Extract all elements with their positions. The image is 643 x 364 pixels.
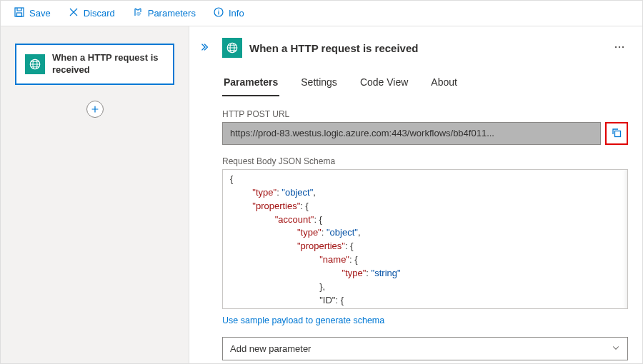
save-icon xyxy=(14,6,25,20)
add-new-parameter-label: Add new parameter xyxy=(230,343,311,354)
schema-editor[interactable]: { "type": "object", "properties": { "acc… xyxy=(222,169,628,309)
add-step-button[interactable] xyxy=(86,101,104,118)
add-step-row xyxy=(15,101,174,118)
toolbar: Save Discard @ Parameters Info xyxy=(1,1,642,26)
url-label: HTTP POST URL xyxy=(222,109,628,119)
add-new-parameter-dropdown[interactable]: Add new parameter xyxy=(222,337,628,360)
tab-parameters[interactable]: Parameters xyxy=(222,72,279,96)
trigger-card[interactable]: When a HTTP request is received xyxy=(15,44,174,85)
svg-rect-1 xyxy=(17,13,22,16)
more-button[interactable] xyxy=(611,39,628,58)
panel-header: When a HTTP request is received xyxy=(196,38,628,58)
tab-code-view[interactable]: Code View xyxy=(359,72,409,96)
tab-about[interactable]: About xyxy=(429,72,459,96)
details-panel: When a HTTP request is received Paramete… xyxy=(189,26,642,363)
url-row: https://prod-83.westus.logic.azure.com:4… xyxy=(222,122,628,145)
discard-label: Discard xyxy=(84,8,115,19)
save-label: Save xyxy=(29,8,51,19)
svg-point-10 xyxy=(622,46,624,47)
info-label: Info xyxy=(229,8,244,19)
svg-rect-0 xyxy=(15,8,24,16)
chevron-down-icon xyxy=(612,343,620,354)
trigger-card-title: When a HTTP request is received xyxy=(52,52,164,76)
svg-point-9 xyxy=(619,46,620,47)
tab-bar: Parameters Settings Code View About xyxy=(222,72,628,96)
discard-button[interactable]: Discard xyxy=(61,4,122,23)
http-post-url-field[interactable]: https://prod-83.westus.logic.azure.com:4… xyxy=(222,122,601,145)
http-trigger-icon xyxy=(222,38,242,58)
svg-text:@: @ xyxy=(136,11,141,16)
parameters-button[interactable]: @ Parameters xyxy=(125,4,203,23)
panel-body: HTTP POST URL https://prod-83.westus.log… xyxy=(222,109,628,360)
info-button[interactable]: Info xyxy=(206,4,251,23)
copy-icon xyxy=(611,127,622,141)
main: When a HTTP request is received When a H… xyxy=(1,26,642,363)
schema-label: Request Body JSON Schema xyxy=(222,156,628,166)
panel-title: When a HTTP request is received xyxy=(249,42,604,54)
info-icon xyxy=(213,6,224,20)
parameters-icon: @ xyxy=(132,6,144,20)
save-button[interactable]: Save xyxy=(6,4,58,23)
collapse-button[interactable] xyxy=(196,41,212,56)
copy-url-button[interactable] xyxy=(605,122,628,145)
svg-rect-11 xyxy=(615,131,621,136)
svg-point-8 xyxy=(615,46,617,47)
use-sample-payload-link[interactable]: Use sample payload to generate schema xyxy=(222,315,384,325)
parameters-label: Parameters xyxy=(148,8,196,19)
designer-canvas: When a HTTP request is received xyxy=(1,26,189,363)
http-trigger-icon xyxy=(25,54,45,74)
tab-settings[interactable]: Settings xyxy=(299,72,339,96)
close-icon xyxy=(68,6,79,20)
